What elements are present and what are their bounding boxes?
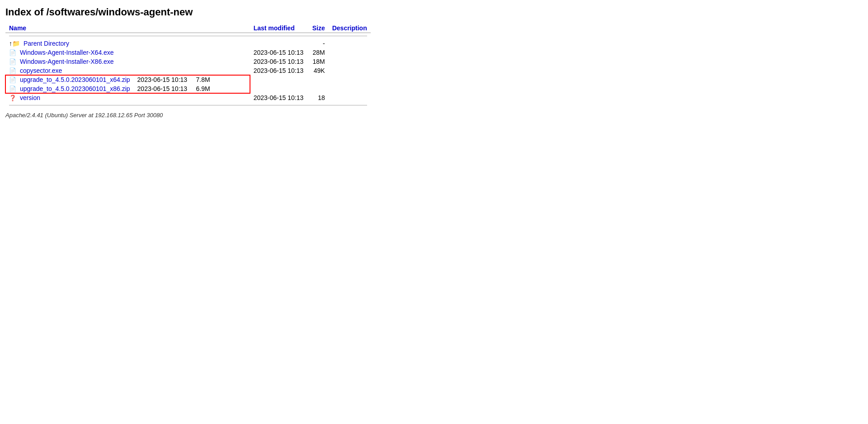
- file-size-cell: 49K: [309, 66, 329, 75]
- file-date-cell: 2023-06-15 10:13: [134, 84, 193, 93]
- file-desc-cell: [214, 75, 250, 84]
- server-footer: Apache/2.4.41 (Ubuntu) Server at 192.168…: [5, 112, 863, 119]
- file-size-cell: 7.8M: [193, 75, 214, 84]
- file-desc-cell: [329, 66, 371, 75]
- file-link[interactable]: version: [20, 94, 40, 101]
- file-desc-cell: [329, 93, 371, 102]
- highlighted-rows-group: 📄 upgrade_to_4.5.0.2023060101_x64.zip 20…: [5, 75, 250, 93]
- file-desc-cell: [329, 57, 371, 66]
- file-date-cell: 2023-06-15 10:13: [250, 57, 309, 66]
- file-desc-cell: [214, 84, 250, 93]
- file-link[interactable]: Windows-Agent-Installer-X86.exe: [20, 58, 114, 65]
- parent-dir-date: [250, 39, 309, 48]
- col-header-name: Name: [5, 24, 250, 33]
- parent-dir-size: -: [309, 39, 329, 48]
- file-link[interactable]: Windows-Agent-Installer-X64.exe: [20, 49, 114, 56]
- file-size-cell: 6.9M: [193, 84, 214, 93]
- file-link[interactable]: copysector.exe: [20, 67, 62, 74]
- file-link[interactable]: upgrade_to_4.5.0.2023060101_x64.zip: [20, 76, 130, 83]
- file-date-cell: 2023-06-15 10:13: [250, 66, 309, 75]
- file-date-cell: 2023-06-15 10:13: [134, 75, 193, 84]
- file-row: 📄 upgrade_to_4.5.0.2023060101_x86.zip 20…: [5, 84, 250, 93]
- file-row: 📄 Windows-Agent-Installer-X64.exe 2023-0…: [5, 48, 371, 57]
- col-header-modified: Last modified: [250, 24, 309, 33]
- col-header-description: Description: [329, 24, 371, 33]
- file-date-cell: 2023-06-15 10:13: [250, 93, 309, 102]
- parent-dir-link[interactable]: Parent Directory: [24, 40, 69, 47]
- name-sort-link[interactable]: Name: [9, 24, 26, 32]
- file-name-cell: ❓ version: [5, 93, 250, 102]
- exe-icon: 📄: [9, 49, 16, 56]
- modified-sort-link[interactable]: Last modified: [254, 24, 295, 32]
- file-name-cell: 📄 Windows-Agent-Installer-X86.exe: [5, 57, 250, 66]
- file-listing-table: Name Last modified Size Description ↑📁 P…: [5, 24, 371, 108]
- parent-dir-row: ↑📁 Parent Directory -: [5, 39, 371, 48]
- parent-dir-cell: ↑📁 Parent Directory: [5, 39, 250, 48]
- file-size-cell: 18M: [309, 57, 329, 66]
- file-name-cell: 📄 upgrade_to_4.5.0.2023060101_x86.zip: [5, 84, 134, 93]
- exe-icon: 📄: [9, 58, 16, 65]
- file-name-cell: 📄 Windows-Agent-Installer-X64.exe: [5, 48, 250, 57]
- parent-dir-desc: [329, 39, 371, 48]
- zip-icon: 📄: [9, 76, 16, 83]
- page-title: Index of /softwares/windows-agent-new: [5, 6, 863, 18]
- file-size-cell: 18: [309, 93, 329, 102]
- file-date-cell: 2023-06-15 10:13: [250, 48, 309, 57]
- folder-up-icon: ↑📁: [9, 40, 20, 47]
- file-row: ❓ version 2023-06-15 10:13 18: [5, 93, 371, 102]
- file-link[interactable]: upgrade_to_4.5.0.2023060101_x86.zip: [20, 85, 130, 92]
- file-row: 📄 Windows-Agent-Installer-X86.exe 2023-0…: [5, 57, 371, 66]
- file-row: 📄 upgrade_to_4.5.0.2023060101_x64.zip 20…: [5, 75, 250, 84]
- description-sort-link[interactable]: Description: [332, 24, 367, 32]
- file-name-cell: 📄 upgrade_to_4.5.0.2023060101_x64.zip: [5, 75, 134, 84]
- file-desc-cell: [329, 48, 371, 57]
- file-row: 📄 copysector.exe 2023-06-15 10:13 49K: [5, 66, 371, 75]
- size-sort-link[interactable]: Size: [312, 24, 325, 32]
- file-size-cell: 28M: [309, 48, 329, 57]
- zip-icon: 📄: [9, 85, 16, 92]
- unknown-icon: ❓: [9, 94, 16, 101]
- file-name-cell: 📄 copysector.exe: [5, 66, 250, 75]
- col-header-size: Size: [309, 24, 329, 33]
- exe-icon: 📄: [9, 67, 16, 74]
